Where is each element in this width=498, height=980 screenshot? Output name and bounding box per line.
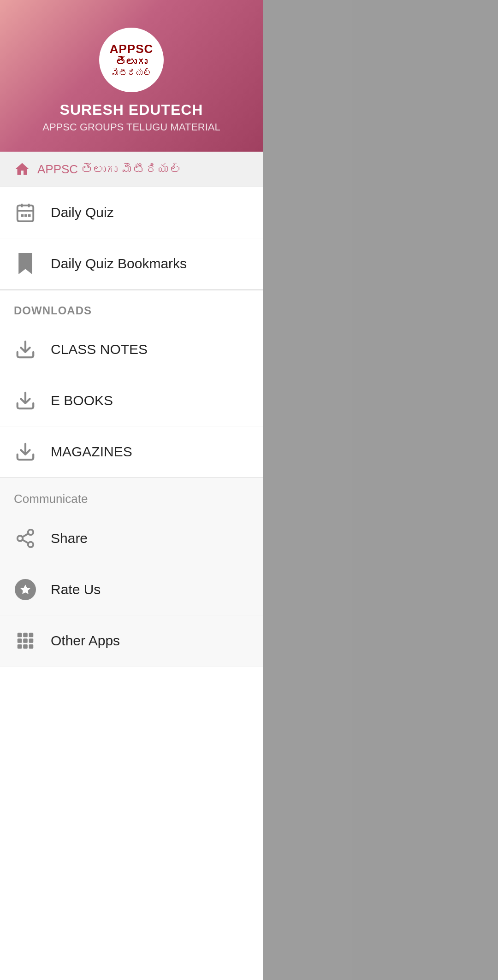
drawer-header: APPSC తెలుగు మెటీరియల్ SURESH EDUTECH AP…: [0, 0, 263, 152]
class-notes-label: CLASS NOTES: [51, 342, 148, 357]
svg-rect-21: [29, 638, 34, 643]
bookmark-icon: [14, 252, 37, 275]
menu-item-daily-quiz-bookmarks[interactable]: Daily Quiz Bookmarks: [0, 238, 263, 289]
star-icon: [14, 578, 37, 601]
svg-rect-20: [23, 638, 28, 643]
menu-item-rate-us[interactable]: Rate Us: [0, 564, 263, 615]
calendar-icon: [14, 201, 37, 224]
menu-item-magazines[interactable]: MAGAZINES: [0, 426, 263, 478]
home-icon: [14, 161, 30, 177]
svg-rect-0: [18, 206, 34, 222]
drawer: APPSC తెలుగు మెటీరియల్ SURESH EDUTECH AP…: [0, 0, 263, 980]
menu-item-class-notes[interactable]: CLASS NOTES: [0, 324, 263, 375]
brand-name: SURESH EDUTECH: [60, 101, 203, 118]
share-icon: [14, 527, 37, 550]
nav-breadcrumb[interactable]: APPSC తెలుగు మెటీరియల్: [0, 152, 263, 187]
brand-subtitle: APPSC GROUPS TELUGU MATERIAL: [42, 121, 220, 133]
svg-rect-16: [18, 633, 22, 638]
svg-rect-17: [23, 633, 28, 638]
svg-rect-18: [29, 633, 34, 638]
grid-icon: [14, 629, 37, 652]
logo-material-text: మెటీరియల్: [112, 68, 152, 78]
rate-us-label: Rate Us: [51, 582, 101, 597]
downloads-section-header: DOWNLOADS: [0, 290, 263, 324]
daily-quiz-bookmarks-label: Daily Quiz Bookmarks: [51, 256, 187, 272]
logo-appsc-text: APPSC: [110, 42, 154, 56]
svg-rect-5: [24, 214, 27, 217]
svg-rect-24: [29, 644, 34, 649]
communicate-label: Communicate: [14, 492, 88, 506]
logo-telugu-text: తెలుగు: [116, 56, 147, 68]
share-label: Share: [51, 531, 88, 546]
magazines-label: MAGAZINES: [51, 444, 132, 460]
svg-rect-6: [28, 214, 31, 217]
communicate-section: Communicate Share: [0, 478, 263, 667]
logo-circle: APPSC తెలుగు మెటీరియల్: [99, 28, 164, 92]
svg-rect-4: [21, 214, 24, 217]
menu-section: Daily Quiz Daily Quiz Bookmarks DOWNLOAD…: [0, 187, 263, 980]
svg-marker-15: [20, 584, 30, 594]
e-books-label: E BOOKS: [51, 393, 113, 408]
menu-item-daily-quiz[interactable]: Daily Quiz: [0, 187, 263, 238]
svg-rect-23: [23, 644, 28, 649]
breadcrumb-text: APPSC తెలుగు మెటీరియల్: [37, 162, 183, 177]
svg-rect-22: [18, 644, 22, 649]
svg-line-14: [22, 533, 28, 537]
download-e-books-icon: [14, 389, 37, 412]
menu-item-other-apps[interactable]: Other Apps: [0, 615, 263, 667]
svg-rect-19: [18, 638, 22, 643]
overlay-dim: [263, 0, 498, 980]
communicate-header: Communicate: [0, 478, 263, 513]
other-apps-label: Other Apps: [51, 633, 120, 649]
download-magazines-icon: [14, 440, 37, 463]
daily-quiz-label: Daily Quiz: [51, 205, 114, 220]
svg-line-13: [22, 540, 28, 543]
menu-item-e-books[interactable]: E BOOKS: [0, 375, 263, 426]
menu-item-share[interactable]: Share: [0, 513, 263, 564]
download-class-notes-icon: [14, 338, 37, 361]
downloads-label: DOWNLOADS: [14, 304, 92, 317]
